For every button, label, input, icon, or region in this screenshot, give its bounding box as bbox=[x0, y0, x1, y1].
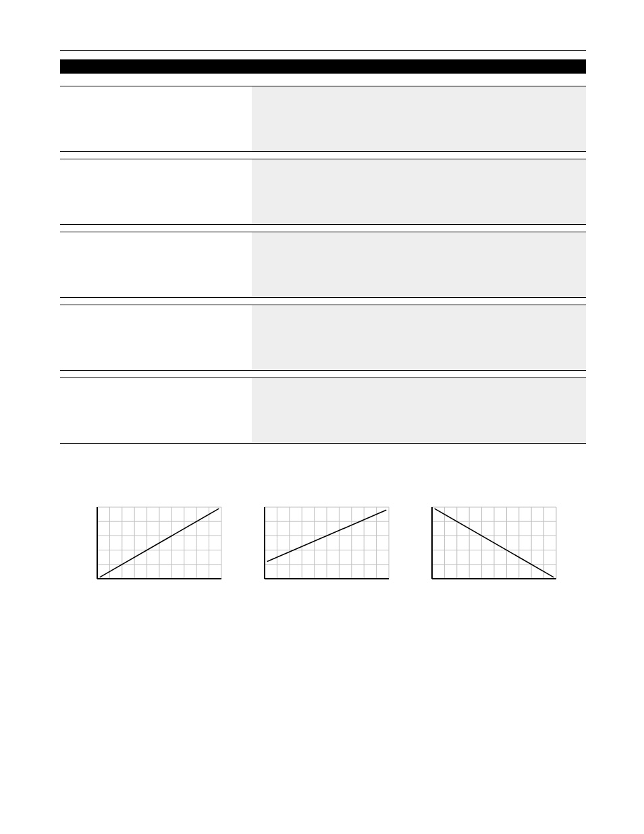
section-shade bbox=[252, 86, 586, 151]
section-shade bbox=[252, 159, 586, 224]
section-2 bbox=[60, 159, 586, 225]
chart-1 bbox=[89, 504, 223, 580]
sections bbox=[60, 86, 586, 444]
charts-row bbox=[60, 504, 586, 580]
chart-svg bbox=[257, 504, 390, 580]
section-3 bbox=[60, 232, 586, 298]
section-shade bbox=[252, 305, 586, 370]
top-rule bbox=[60, 50, 586, 51]
chart-svg bbox=[424, 504, 558, 580]
page-content bbox=[60, 50, 586, 580]
section-4 bbox=[60, 305, 586, 371]
chart-3 bbox=[424, 504, 558, 580]
chart-2 bbox=[257, 504, 390, 580]
header-blackbar bbox=[60, 59, 586, 74]
section-shade bbox=[252, 232, 586, 297]
section-shade bbox=[252, 378, 586, 443]
section-5 bbox=[60, 377, 586, 444]
chart-svg bbox=[89, 504, 223, 580]
section-1 bbox=[60, 86, 586, 152]
